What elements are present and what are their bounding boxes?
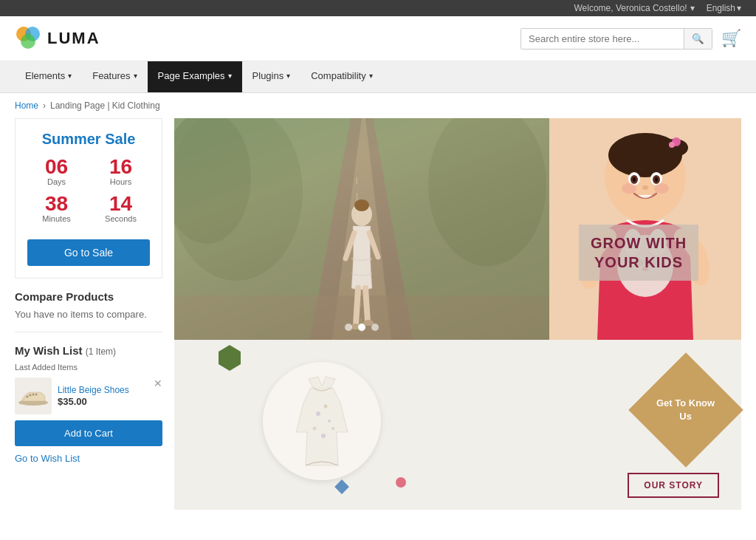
svg-point-32 bbox=[669, 142, 675, 148]
breadcrumb-current: Landing Page | Kid Clothing bbox=[50, 100, 160, 111]
wishlist-last-added-label: Last Added Items bbox=[15, 363, 162, 372]
welcome-message[interactable]: Welcome, Veronica Costello! ▾ bbox=[574, 3, 694, 13]
wishlist-item-info: Little Beige Shoes $35.00 bbox=[58, 385, 162, 407]
header-right: 🔍 🛒 bbox=[520, 28, 741, 49]
language-chevron-icon: ▾ bbox=[737, 3, 741, 13]
wishlist-item-name-link[interactable]: Little Beige Shoes bbox=[58, 385, 162, 395]
diamond-line1: Get To Know bbox=[656, 397, 715, 409]
svg-point-35 bbox=[633, 177, 636, 182]
search-icon: 🔍 bbox=[692, 33, 704, 44]
wishlist-item: Little Beige Shoes $35.00 ✕ bbox=[15, 377, 162, 414]
add-to-cart-button[interactable]: Add to Cart bbox=[15, 420, 162, 446]
wishlist-title-text: My Wish List bbox=[15, 344, 83, 357]
nav-item-plugins[interactable]: Plugins ▾ bbox=[242, 61, 301, 92]
welcome-chevron-icon: ▾ bbox=[690, 3, 695, 13]
svg-point-55 bbox=[331, 427, 334, 430]
diamond-line2: Us bbox=[680, 411, 693, 422]
language-selector[interactable]: English ▾ bbox=[707, 3, 741, 13]
svg-point-50 bbox=[316, 411, 320, 416]
nav-elements-label: Elements bbox=[25, 70, 65, 81]
svg-line-22 bbox=[365, 288, 368, 321]
countdown: 06 Days 16 Hours 38 Minutes 14 Seconds bbox=[27, 157, 150, 228]
wishlist-remove-icon[interactable]: ✕ bbox=[154, 377, 162, 389]
welcome-text: Welcome, Veronica Costello! bbox=[574, 3, 687, 13]
countdown-hours-number: 16 bbox=[92, 157, 150, 177]
nav-compatibility-chevron-icon: ▾ bbox=[369, 72, 373, 80]
nav-plugins-label: Plugins bbox=[252, 70, 284, 81]
nav-plugins-chevron-icon: ▾ bbox=[286, 72, 290, 80]
our-story-button[interactable]: OUR STORY bbox=[628, 473, 719, 498]
cart-icon[interactable]: 🛒 bbox=[721, 29, 741, 48]
wishlist-widget: My Wish List (1 Item) Last Added Items bbox=[15, 344, 162, 464]
diamond-text: Get To Know Us bbox=[656, 397, 715, 423]
hexagon-decoration bbox=[219, 352, 241, 364]
nav-compatibility-label: Compatibility bbox=[311, 70, 365, 81]
svg-point-38 bbox=[655, 177, 658, 182]
countdown-seconds: 14 Seconds bbox=[92, 194, 150, 228]
slider-dot-2[interactable] bbox=[358, 324, 365, 331]
breadcrumb-separator-icon: › bbox=[43, 100, 46, 111]
svg-point-4 bbox=[27, 396, 29, 398]
nav-item-elements[interactable]: Elements ▾ bbox=[15, 61, 82, 92]
svg-point-40 bbox=[654, 183, 669, 194]
nav-page-examples-label: Page Examples bbox=[158, 70, 225, 81]
logo-text: LUMA bbox=[47, 29, 100, 48]
svg-line-25 bbox=[346, 233, 354, 259]
pink-dot-decoration bbox=[396, 477, 406, 488]
language-label: English bbox=[707, 3, 735, 13]
countdown-seconds-label: Seconds bbox=[92, 214, 150, 223]
svg-point-53 bbox=[313, 427, 317, 431]
go-to-wishlist-link[interactable]: Go to Wish List bbox=[15, 453, 80, 464]
nav-features-chevron-icon: ▾ bbox=[134, 72, 137, 80]
compare-products-title: Compare Products bbox=[15, 290, 162, 303]
blue-diamond-decoration bbox=[334, 479, 349, 494]
svg-point-39 bbox=[622, 183, 636, 194]
svg-line-26 bbox=[369, 233, 378, 257]
slider-dot-3[interactable] bbox=[371, 324, 379, 331]
svg-point-41 bbox=[642, 185, 648, 190]
child-figure-svg bbox=[332, 192, 391, 340]
diamond-shape: Get To Know Us bbox=[628, 352, 743, 468]
hero-overlay-line2: YOUR KIDS bbox=[591, 253, 687, 272]
breadcrumb: Home › Landing Page | Kid Clothing bbox=[0, 93, 756, 118]
countdown-hours: 16 Hours bbox=[92, 157, 150, 191]
nav-features-label: Features bbox=[92, 70, 130, 81]
svg-line-21 bbox=[356, 288, 358, 325]
wishlist-item-count: (1 Item) bbox=[86, 346, 116, 357]
countdown-minutes-number: 38 bbox=[27, 194, 86, 214]
countdown-days-label: Days bbox=[27, 177, 86, 186]
slider-dot-1[interactable] bbox=[345, 324, 352, 331]
countdown-days-number: 06 bbox=[27, 157, 86, 177]
nav-item-page-examples[interactable]: Page Examples ▾ bbox=[148, 61, 242, 92]
search-box: 🔍 bbox=[520, 28, 712, 49]
wishlist-title: My Wish List (1 Item) bbox=[15, 344, 162, 357]
hero-overlay-line1: GROW WITH bbox=[591, 233, 687, 253]
hero-slider: GROW WITH YOUR KIDS bbox=[174, 118, 741, 340]
countdown-hours-label: Hours bbox=[92, 177, 150, 186]
svg-point-7 bbox=[35, 394, 38, 396]
dress-svg bbox=[285, 373, 359, 469]
go-to-sale-button[interactable]: Go to Sale bbox=[27, 239, 150, 266]
svg-point-2 bbox=[21, 34, 35, 49]
compare-products-widget: Compare Products You have no items to co… bbox=[15, 290, 162, 332]
logo[interactable]: LUMA bbox=[15, 25, 100, 52]
search-input[interactable] bbox=[521, 29, 684, 49]
countdown-days: 06 Days bbox=[27, 157, 86, 191]
dress-circle bbox=[263, 362, 381, 480]
nav-item-features[interactable]: Features ▾ bbox=[82, 61, 147, 92]
main-content: Summer Sale 06 Days 16 Hours 38 Minutes … bbox=[0, 118, 756, 524]
hero-overlay-text: GROW WITH YOUR KIDS bbox=[579, 225, 698, 281]
nav-elements-chevron-icon: ▾ bbox=[68, 72, 72, 80]
hero-main-panel bbox=[174, 118, 549, 340]
countdown-minutes: 38 Minutes bbox=[27, 194, 86, 228]
nav-page-examples-chevron-icon: ▾ bbox=[228, 72, 232, 80]
countdown-minutes-label: Minutes bbox=[27, 214, 86, 223]
svg-point-5 bbox=[30, 394, 32, 397]
hero-right-panel: GROW WITH YOUR KIDS bbox=[549, 118, 741, 340]
nav-item-compatibility[interactable]: Compatibility ▾ bbox=[300, 61, 382, 92]
breadcrumb-home-link[interactable]: Home bbox=[15, 100, 38, 111]
search-button[interactable]: 🔍 bbox=[684, 29, 712, 49]
summer-sale-title: Summer Sale bbox=[27, 131, 150, 148]
svg-point-6 bbox=[32, 394, 35, 396]
logo-icon bbox=[15, 25, 41, 52]
